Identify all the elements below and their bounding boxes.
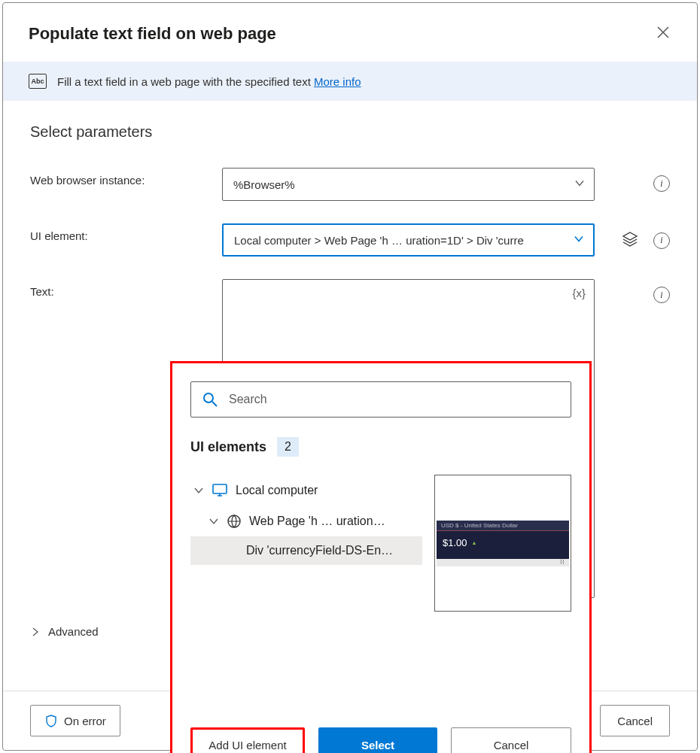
select-button[interactable]: Select — [318, 727, 437, 753]
more-info-link[interactable]: More info — [314, 75, 361, 88]
count-badge: 2 — [277, 437, 299, 457]
tree-container: Local computer Web Page 'h … uration… Di… — [190, 475, 571, 714]
cancel-button[interactable]: Cancel — [600, 705, 670, 736]
preview-content: USD $ - United States Dollar $1.00 ▲ ⟨⟨ — [437, 521, 569, 566]
section-title: Select parameters — [30, 123, 670, 141]
on-error-button[interactable]: On error — [30, 705, 120, 736]
close-button[interactable] — [652, 20, 674, 48]
tree-node-local[interactable]: Local computer — [190, 475, 422, 506]
popup-footer: Add UI element Select Cancel — [190, 714, 571, 753]
chevron-down-icon — [208, 516, 219, 527]
chevron-down-icon — [574, 234, 584, 247]
ui-element-popup: UI elements 2 Local computer Web Page 'h… — [170, 361, 592, 753]
monitor-icon — [212, 482, 228, 499]
chevron-down-icon — [574, 178, 585, 191]
add-ui-element-button[interactable]: Add UI element — [190, 727, 305, 753]
globe-icon — [227, 514, 242, 529]
param-browser-row: Web browser instance: %Browser% i — [30, 168, 670, 201]
ui-elements-header: UI elements 2 — [190, 437, 571, 457]
info-banner: Abc Fill a text field in a web page with… — [3, 62, 697, 101]
popup-cancel-button[interactable]: Cancel — [451, 727, 571, 753]
browser-select[interactable]: %Browser% — [222, 168, 595, 201]
chevron-down-icon — [193, 485, 204, 496]
search-input[interactable] — [229, 393, 560, 406]
dialog-title: Populate text field on web page — [29, 24, 276, 44]
variable-icon[interactable]: {x} — [572, 287, 586, 299]
svg-rect-1 — [213, 484, 227, 493]
abc-icon: Abc — [29, 74, 47, 89]
info-icon[interactable]: i — [653, 175, 670, 192]
info-icon[interactable]: i — [653, 232, 670, 249]
param-ui-element-row: UI element: Local computer > Web Page 'h… — [30, 223, 670, 257]
info-icon[interactable]: i — [653, 287, 670, 303]
chevron-right-icon — [30, 627, 41, 637]
ui-element-select[interactable]: Local computer > Web Page 'h … uration=1… — [222, 223, 595, 257]
param-text-label: Text: — [30, 279, 207, 298]
shield-icon — [44, 714, 58, 727]
svg-point-0 — [204, 393, 213, 402]
search-icon — [202, 391, 218, 408]
tree-node-div[interactable]: Div 'currencyField-DS-En… — [190, 536, 422, 565]
dialog-header: Populate text field on web page — [3, 3, 697, 62]
layers-icon[interactable] — [622, 231, 638, 250]
preview-thumbnail: USD $ - United States Dollar $1.00 ▲ ⟨⟨ — [434, 475, 571, 612]
close-icon — [656, 26, 670, 39]
search-box[interactable] — [190, 381, 571, 417]
info-text: Fill a text field in a web page with the… — [57, 75, 361, 88]
tree-node-webpage[interactable]: Web Page 'h … uration… — [190, 506, 422, 536]
content: Select parameters Web browser instance: … — [3, 101, 697, 691]
param-browser-label: Web browser instance: — [30, 168, 207, 187]
dialog: Populate text field on web page Abc Fill… — [2, 2, 698, 751]
param-ui-element-label: UI element: — [30, 223, 207, 242]
